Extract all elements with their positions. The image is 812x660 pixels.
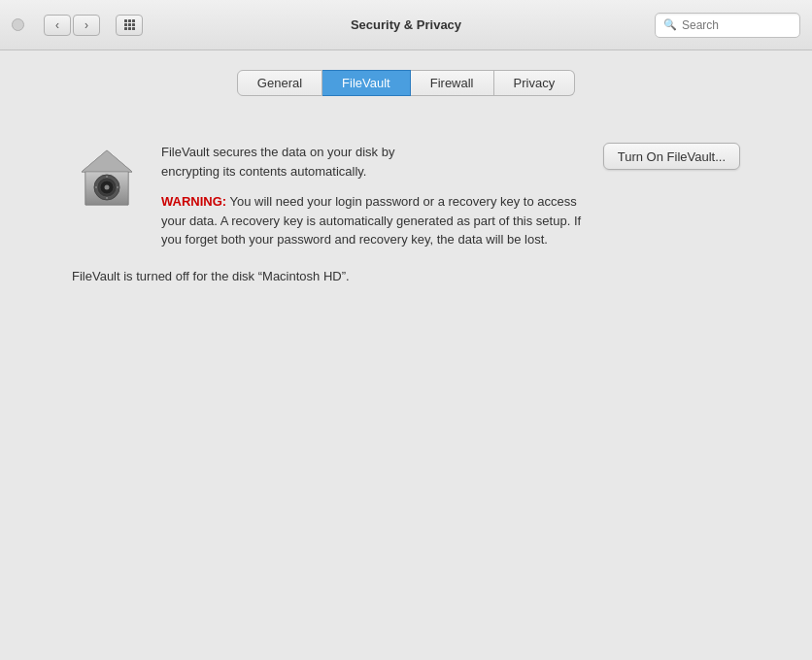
turn-on-filevault-button[interactable]: Turn On FileVault...: [603, 143, 740, 170]
tab-general[interactable]: General: [237, 70, 322, 96]
filevault-icon: [72, 143, 142, 213]
back-icon: ‹: [55, 18, 59, 32]
grid-button[interactable]: [116, 15, 143, 36]
main-description: FileVault secures the data on your disk …: [161, 143, 584, 181]
tab-privacy[interactable]: Privacy: [494, 70, 576, 96]
lock-house-svg: [74, 145, 140, 211]
filevault-panel: FileVault secures the data on your disk …: [49, 119, 763, 307]
search-icon: 🔍: [663, 18, 677, 31]
tab-bar: General FileVault Firewall Privacy: [0, 70, 812, 96]
main-content: General FileVault Firewall Privacy: [0, 50, 812, 307]
traffic-light-close[interactable]: [12, 18, 24, 31]
svg-point-10: [105, 185, 110, 190]
tab-filevault[interactable]: FileVault: [322, 70, 411, 96]
search-box[interactable]: 🔍: [655, 13, 800, 38]
forward-button[interactable]: ›: [73, 15, 100, 36]
nav-buttons: ‹ ›: [44, 15, 100, 36]
search-input[interactable]: [682, 18, 792, 32]
panel-top: FileVault secures the data on your disk …: [72, 143, 740, 249]
svg-marker-1: [82, 150, 132, 172]
back-button[interactable]: ‹: [44, 15, 71, 36]
window-controls: ‹ ›: [12, 15, 143, 36]
forward-icon: ›: [85, 18, 88, 32]
window-title: Security & Privacy: [351, 17, 461, 32]
panel-top-right: Turn On FileVault...: [603, 143, 740, 170]
description-area: FileVault secures the data on your disk …: [161, 143, 584, 249]
filevault-status: FileVault is turned off for the disk “Ma…: [72, 269, 740, 283]
warning-text: WARNING: You will need your login passwo…: [161, 192, 584, 249]
grid-icon: [124, 19, 135, 30]
titlebar: ‹ › Security & Privacy 🔍: [0, 0, 812, 50]
tab-firewall[interactable]: Firewall: [411, 70, 494, 96]
warning-label: WARNING:: [161, 194, 226, 209]
